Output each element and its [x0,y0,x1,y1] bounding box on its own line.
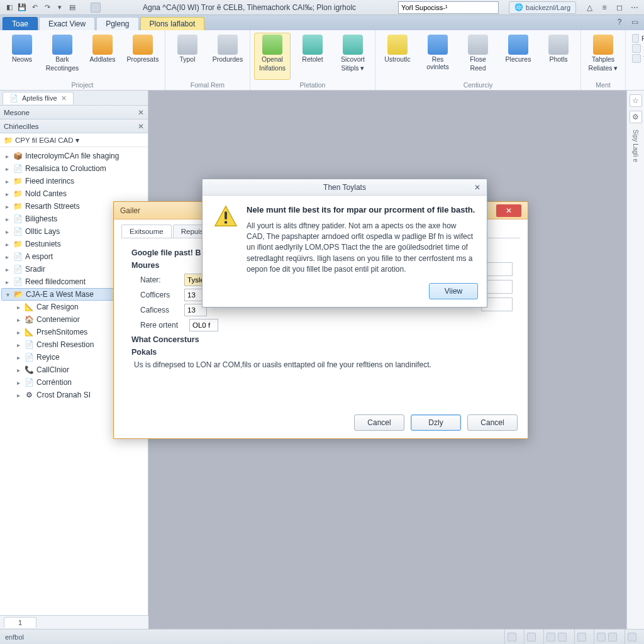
more-icon[interactable]: ⋯ [629,2,640,13]
tree-item-label: Destuniets [25,240,61,248]
chevron-right-icon[interactable]: ▸ [15,316,21,323]
chevron-right-icon[interactable]: ▸ [15,329,21,336]
chevron-right-icon[interactable]: ▸ [4,191,10,197]
close-button[interactable]: ✕ [496,204,521,217]
chevron-right-icon[interactable]: ▸ [4,153,10,160]
status-seg[interactable] [543,630,569,644]
ribbon-group: OpenalInifationsRetoletSicovortSitipls ▾… [250,30,375,90]
ribbon-button[interactable]: Retolet [294,33,331,80]
ribbon-button[interactable]: SicovortSitipls ▾ [335,33,371,80]
chevron-right-icon[interactable]: ▸ [4,178,10,185]
ribbon-button[interactable]: Propresats [125,33,161,80]
tree-item-label: Contenemior [36,315,80,324]
status-seg[interactable] [574,630,589,644]
chevron-right-icon[interactable]: ▸ [15,379,21,386]
ribbon-collapse-icon[interactable]: ▭ [629,16,640,28]
status-seg[interactable] [594,630,619,644]
dialog-tab[interactable]: Exitsoume [121,225,172,238]
ribbon-button[interactable]: OpenalInifations [254,33,291,80]
section-heading: What Concersturs [131,335,510,344]
rere-input[interactable] [189,319,218,331]
qat-more-icon[interactable]: ▤ [67,2,78,13]
ribbon-tab-file[interactable]: Toae [3,17,38,30]
chevron-right-icon[interactable]: ▸ [4,203,10,210]
star-icon[interactable]: ☆ [630,94,642,107]
close-icon[interactable]: ✕ [138,108,144,117]
max-icon[interactable]: ◻ [614,2,625,13]
ribbon-button[interactable]: Photls [540,33,577,80]
cancel-button[interactable]: Cancel [354,414,404,431]
ribbon-mini-button[interactable]: Riald [632,34,644,43]
document-tab[interactable]: 📄 Aptelis flive ✕ [3,92,74,104]
ribbon-button[interactable]: Produrdes [209,33,246,80]
ribbon-button[interactable]: TahplesReliates ▾ [585,33,621,80]
status-seg[interactable] [524,630,538,644]
tree-item-icon: 📂 [13,289,23,299]
close-icon[interactable]: ✕ [61,94,67,103]
tree-item-icon: 📦 [13,151,23,161]
ribbon-icon [52,35,72,55]
status-icon [577,633,586,641]
tree-item[interactable]: ▸📦IntecroloymCAn file shaging [1,150,147,162]
qat-save-icon[interactable]: 💾 [16,2,28,13]
cancel-button[interactable]: Cancel [467,414,518,431]
qat-undo-icon[interactable]: ↶ [29,2,40,13]
chevron-right-icon[interactable]: ▸ [4,266,10,273]
ribbon-label: Plecures [506,56,531,64]
ribbon-button[interactable]: Neows [4,33,40,80]
ribbon-button[interactable]: Addlates [84,33,121,80]
view-button[interactable]: Viiew [429,283,478,299]
qat-redo-icon[interactable]: ↷ [42,2,53,13]
primary-button[interactable]: Dzly [411,414,461,431]
ribbon-tab-pgleng[interactable]: Pgleng [96,17,138,30]
title-search-input[interactable] [398,1,499,14]
gear-icon[interactable]: ⚙ [630,111,642,123]
chevron-right-icon[interactable]: ▸ [4,241,10,248]
close-icon[interactable]: ✕ [138,122,144,131]
ribbon: NeowsBarkRecotingesAddlatesPropresatsPri… [0,30,644,91]
chevron-right-icon[interactable]: ▸ [15,392,21,399]
tree-item[interactable]: ▸📄Resalisica to Croluctiom [1,162,147,175]
ribbon-tab-plons[interactable]: Plons Iaflabot [140,17,205,30]
chevron-right-icon[interactable]: ▸ [4,165,10,172]
ribbon-button[interactable]: FloseReed [460,33,496,80]
ribbon-button[interactable]: Ustroutlc [379,33,416,80]
qat-app-icon[interactable]: ◧ [4,2,15,13]
min-icon[interactable]: ≡ [599,2,610,13]
status-seg[interactable] [504,630,519,644]
chevron-right-icon[interactable]: ▸ [4,228,10,235]
qat-dropdown-icon[interactable]: ▾ [54,2,65,13]
help-icon[interactable]: △ [584,2,595,13]
status-left: enfbol [5,633,24,641]
dialog-titlebar[interactable]: Then Toylats ✕ [203,179,487,196]
ribbon-tab-view[interactable]: Exact View [39,17,95,30]
ribbon-group: NeowsBarkRecotingesAddlatesPropresatsPri… [0,30,165,90]
tree-item[interactable]: ▸📁Fieed interincs [1,175,147,187]
ribbon-button[interactable]: Res ovinlets [419,33,456,80]
ribbon-label: Retolet [302,56,323,64]
tree-item-icon: 📞 [24,365,34,375]
chevron-right-icon[interactable]: ▸ [4,253,10,260]
tree-item-label: Bilighests [25,214,57,223]
ribbon-button[interactable]: Plecures [500,33,536,80]
ribbon-button[interactable]: Typol [169,33,206,80]
chevron-down-icon[interactable]: ▾ [4,291,11,298]
chevron-right-icon[interactable]: ▸ [15,367,21,374]
chevron-right-icon[interactable]: ▸ [4,216,10,223]
chevron-right-icon[interactable]: ▸ [15,354,21,361]
ribbon-help-icon[interactable]: ? [614,16,625,28]
ribbon-mini-button[interactable]: To [632,54,644,63]
chevron-right-icon[interactable]: ▸ [4,279,10,286]
project-selector[interactable]: 📁 CPY fil EGAl CAD ▾ [0,133,148,147]
chevron-right-icon[interactable]: ▸ [15,341,21,348]
sheet-tab[interactable]: 1 [4,617,36,628]
ribbon-button[interactable]: BarkRecotinges [44,33,80,80]
status-seg[interactable] [625,630,639,644]
tree-item[interactable]: ▸📁Nold Cantes [1,187,147,200]
ribbon-mini-button[interactable]: Set [632,44,644,53]
chevron-right-icon[interactable]: ▸ [15,304,21,311]
title-account-pill[interactable]: 🌐 baickeznl/Larg [509,1,576,14]
close-icon[interactable]: ✕ [472,182,483,193]
tree-item-label: Car Resigon [36,303,79,311]
ribbon-group-label: Centiurciy [379,81,577,89]
